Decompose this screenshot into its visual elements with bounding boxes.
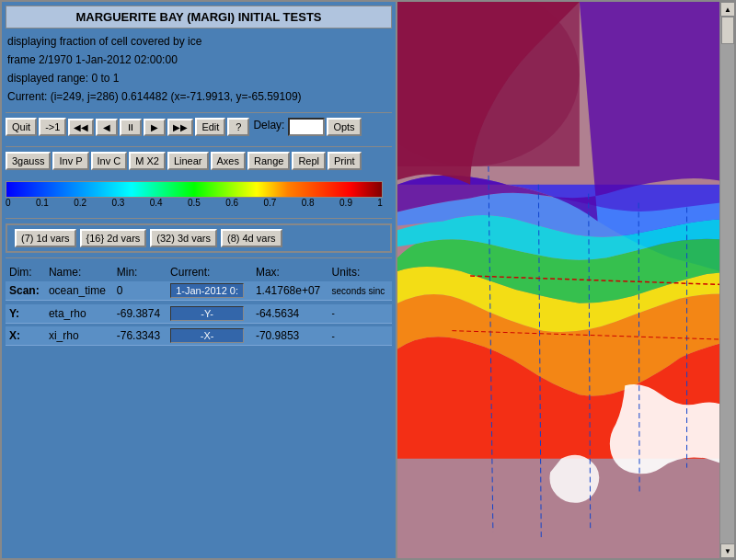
- table-row: Scan: ocean_time 0 1.41768e+07 seconds s…: [6, 281, 392, 301]
- dim-label: Y:: [6, 304, 45, 324]
- edit-button[interactable]: Edit: [195, 118, 225, 136]
- dim-header: Dim:: [6, 263, 45, 281]
- dim-name: xi_rho: [45, 326, 113, 346]
- dim-name: ocean_time: [45, 281, 113, 301]
- quit-button[interactable]: Quit: [6, 118, 37, 136]
- cbar-label-9: 0.9: [339, 198, 352, 208]
- inv-c-button[interactable]: Inv C: [91, 152, 128, 170]
- left-panel: MARGUERITE BAY (MARGI) INITIAL TESTS dis…: [2, 2, 397, 558]
- dim-current-input[interactable]: [170, 283, 244, 298]
- axes-button[interactable]: Axes: [211, 152, 246, 170]
- table-row: Y: eta_rho -69.3874 -64.5634 -: [6, 304, 392, 324]
- right-panel[interactable]: ▲ ▼: [397, 2, 734, 558]
- cbar-label-7: 0.7: [264, 198, 277, 208]
- frame-info: frame 2/1970 1-Jan-2012 02:00:00: [6, 52, 392, 67]
- min-header: Min:: [113, 263, 167, 281]
- range-button[interactable]: Range: [247, 152, 290, 170]
- fastforward-button[interactable]: ▶▶: [167, 119, 193, 136]
- mx2-button[interactable]: M X2: [129, 152, 166, 170]
- dim-current[interactable]: [167, 281, 252, 301]
- name-header: Name:: [45, 263, 113, 281]
- inv-p-button[interactable]: Inv P: [52, 152, 88, 170]
- dim-current[interactable]: [167, 326, 252, 346]
- dim-current-input[interactable]: [170, 306, 244, 321]
- repl-button[interactable]: Repl: [292, 152, 326, 170]
- dim-min: -76.3343: [113, 326, 167, 346]
- display-info: displaying fraction of cell covered by i…: [6, 34, 392, 49]
- current-header: Current:: [167, 263, 252, 281]
- range-info: displayed range: 0 to 1: [6, 71, 392, 86]
- dim-max: 1.41768e+07: [252, 281, 328, 301]
- dim-units: -: [328, 326, 392, 346]
- dim-units: seconds sinc: [328, 281, 392, 301]
- 3d-vars-button[interactable]: (32) 3d vars: [150, 229, 217, 247]
- cbar-label-8: 0.8: [302, 198, 315, 208]
- next-button[interactable]: ▶: [144, 119, 166, 136]
- colorbar-labels: 0 0.1 0.2 0.3 0.4 0.5 0.6 0.7 0.8 0.9 1: [6, 198, 383, 208]
- cbar-label-4: 0.4: [150, 198, 163, 208]
- 2d-vars-button[interactable]: {16} 2d vars: [80, 229, 147, 247]
- print-button[interactable]: Print: [328, 152, 362, 170]
- delay-label: Delay:: [251, 119, 286, 131]
- dim-current[interactable]: [167, 304, 252, 324]
- map-visualization[interactable]: [397, 2, 734, 558]
- controls-row: Quit ->1 ◀◀ ◀ ⏸ ▶ ▶▶ Edit ? Delay: Opts: [6, 118, 392, 136]
- 3gauss-button[interactable]: 3gauss: [6, 152, 51, 170]
- pause-button[interactable]: ⏸: [120, 119, 142, 136]
- colorbar: [6, 181, 383, 198]
- dim-label: Scan:: [6, 281, 45, 301]
- scroll-track: [720, 17, 734, 543]
- dim-units: -: [328, 304, 392, 324]
- tools-row: 3gauss Inv P Inv C M X2 Linear Axes Rang…: [6, 152, 392, 170]
- units-header: Units:: [328, 263, 392, 281]
- cbar-label-6: 0.6: [225, 198, 238, 208]
- max-header: Max:: [252, 263, 328, 281]
- dim-table: Dim: Name: Min: Current: Max: Units: Sca…: [6, 263, 392, 349]
- scroll-up-button[interactable]: ▲: [720, 2, 734, 17]
- window-title: MARGUERITE BAY (MARGI) INITIAL TESTS: [76, 10, 322, 24]
- cbar-label-10: 1: [377, 198, 383, 208]
- cbar-label-5: 0.5: [188, 198, 201, 208]
- title-bar: MARGUERITE BAY (MARGI) INITIAL TESTS: [6, 6, 392, 29]
- dim-label: X:: [6, 326, 45, 346]
- 4d-vars-button[interactable]: (8) 4d vars: [221, 229, 282, 247]
- rewind-button[interactable]: ◀◀: [68, 119, 94, 136]
- prev-button[interactable]: ◀: [96, 119, 118, 136]
- question-button[interactable]: ?: [227, 118, 249, 136]
- current-info: Current: (i=249, j=286) 0.614482 (x=-71.…: [6, 89, 392, 104]
- 1d-vars-button[interactable]: (7) 1d vars: [15, 229, 76, 247]
- dim-min: 0: [113, 281, 167, 301]
- scroll-thumb[interactable]: [721, 17, 734, 44]
- dim-current-input[interactable]: [170, 328, 244, 343]
- cbar-label-3: 0.3: [111, 198, 124, 208]
- delay-input[interactable]: [288, 118, 325, 136]
- dim-min: -69.3874: [113, 304, 167, 324]
- linear-button[interactable]: Linear: [167, 152, 209, 170]
- table-row: X: xi_rho -76.3343 -70.9853 -: [6, 326, 392, 346]
- cbar-label-0: 0: [6, 198, 11, 208]
- dim-name: eta_rho: [45, 304, 113, 324]
- vars-box: (7) 1d vars {16} 2d vars (32) 3d vars (8…: [6, 223, 392, 253]
- dim-max: -70.9853: [252, 326, 328, 346]
- scroll-down-button[interactable]: ▼: [720, 543, 734, 558]
- cbar-label-1: 0.1: [36, 198, 49, 208]
- arrow1-button[interactable]: ->1: [39, 118, 66, 136]
- cbar-label-2: 0.2: [74, 198, 86, 208]
- vertical-scrollbar[interactable]: ▲ ▼: [719, 2, 734, 558]
- opts-button[interactable]: Opts: [327, 118, 361, 136]
- dim-max: -64.5634: [252, 304, 328, 324]
- colorbar-container: 0 0.1 0.2 0.3 0.4 0.5 0.6 0.7 0.8 0.9 1: [6, 181, 392, 208]
